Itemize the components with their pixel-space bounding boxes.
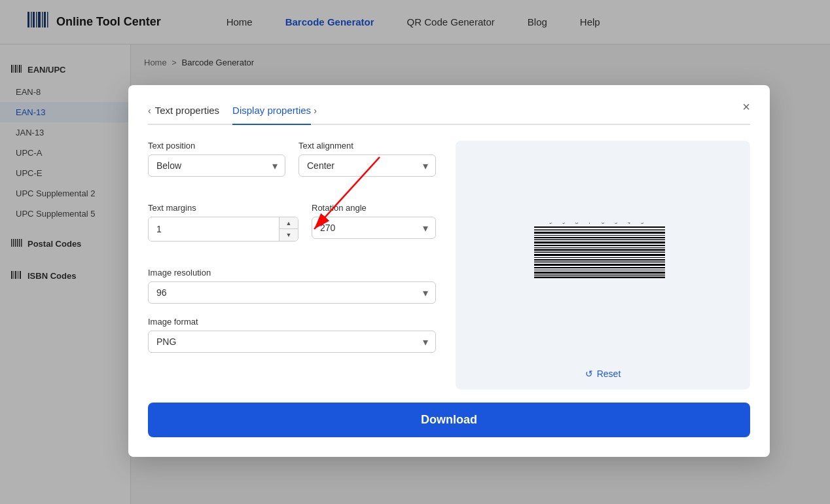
svg-rect-26 — [534, 275, 665, 276]
margins-rotation-row: Text margins ▲ ▼ Rotation angle 0 — [148, 203, 436, 255]
text-position-select-wrapper: Below Above None — [148, 154, 285, 177]
modal-form: Text position Below Above None Text alig… — [148, 141, 436, 389]
svg-text:8: 8 — [575, 223, 578, 225]
reset-icon: ↺ — [585, 369, 593, 379]
text-margins-spinner: ▲ ▼ — [148, 217, 298, 242]
text-alignment-group: Text alignment Center Left Right — [298, 141, 436, 177]
rotation-angle-group: Rotation angle 0 90 180 270 — [312, 203, 436, 242]
svg-text:9: 9 — [562, 223, 565, 225]
svg-rect-25 — [534, 277, 665, 279]
display-properties-tab[interactable]: Display properties — [232, 105, 311, 125]
svg-text:3: 3 — [641, 223, 643, 225]
svg-rect-36 — [534, 249, 665, 251]
text-alignment-select[interactable]: Center Left Right — [298, 154, 436, 177]
chevron-left-icon: ‹ — [148, 105, 151, 116]
svg-text:9: 9 — [549, 223, 552, 225]
prev-tab-button[interactable]: ‹ Text properties — [148, 105, 219, 116]
text-position-group: Text position Below Above None — [148, 141, 285, 177]
svg-text:5: 5 — [615, 223, 617, 225]
download-button[interactable]: Download — [148, 403, 750, 437]
barcode-container: 9 9 8 7 6 5 4 3 — [456, 141, 750, 363]
text-position-alignment-row: Text position Below Above None Text alig… — [148, 141, 436, 190]
image-resolution-group: Image resolution 72 96 150 300 — [148, 268, 436, 304]
modal: ‹ Text properties Display properties › ×… — [128, 85, 770, 457]
image-format-select[interactable]: PNG JPG SVG BMP — [148, 331, 436, 353]
text-margins-label: Text margins — [148, 203, 298, 213]
svg-rect-34 — [534, 254, 665, 256]
text-margins-input[interactable] — [149, 217, 279, 241]
svg-rect-33 — [534, 257, 665, 258]
text-margins-group: Text margins ▲ ▼ — [148, 203, 298, 242]
svg-rect-28 — [534, 270, 665, 270]
text-position-select[interactable]: Below Above None — [148, 154, 285, 177]
svg-rect-40 — [534, 240, 665, 241]
svg-rect-44 — [534, 230, 665, 231]
svg-rect-38 — [534, 245, 665, 246]
svg-rect-31 — [534, 262, 665, 263]
reset-button[interactable]: ↺ Reset — [575, 363, 632, 384]
svg-rect-35 — [534, 252, 665, 253]
image-format-group: Image format PNG JPG SVG BMP — [148, 317, 436, 353]
spinner-down-button[interactable]: ▼ — [280, 229, 298, 241]
svg-rect-30 — [534, 264, 665, 266]
svg-rect-42 — [534, 235, 665, 236]
svg-rect-41 — [534, 237, 665, 238]
svg-text:6: 6 — [602, 223, 604, 225]
svg-rect-27 — [534, 272, 665, 274]
rotation-angle-label: Rotation angle — [312, 203, 436, 213]
image-resolution-select[interactable]: 72 96 150 300 — [148, 281, 436, 304]
svg-rect-37 — [534, 247, 665, 248]
spinner-up-button[interactable]: ▲ — [280, 217, 298, 229]
barcode-svg: 9 9 8 7 6 5 4 3 — [531, 223, 675, 281]
text-alignment-label: Text alignment — [298, 141, 436, 151]
modal-body: Text position Below Above None Text alig… — [148, 141, 750, 389]
barcode-preview: 9 9 8 7 6 5 4 3 ↺ Reset — [456, 141, 750, 389]
barcode-display: 9 9 8 7 6 5 4 3 — [531, 223, 675, 281]
svg-rect-43 — [534, 232, 665, 234]
chevron-right-icon: › — [314, 105, 317, 116]
text-position-label: Text position — [148, 141, 285, 151]
svg-rect-32 — [534, 259, 665, 261]
image-format-label: Image format — [148, 317, 436, 327]
svg-rect-39 — [534, 242, 665, 243]
rotation-angle-select[interactable]: 0 90 180 270 — [312, 217, 436, 239]
svg-rect-45 — [534, 226, 665, 228]
modal-close-button[interactable]: × — [742, 99, 750, 115]
modal-header: ‹ Text properties Display properties › × — [148, 105, 750, 125]
rotation-angle-select-wrapper: 0 90 180 270 — [312, 217, 436, 239]
image-resolution-label: Image resolution — [148, 268, 436, 278]
spinner-buttons: ▲ ▼ — [279, 217, 298, 241]
svg-text:7: 7 — [588, 223, 591, 225]
text-alignment-select-wrapper: Center Left Right — [298, 154, 436, 177]
svg-text:4: 4 — [628, 223, 630, 225]
image-resolution-select-wrapper: 72 96 150 300 — [148, 281, 436, 304]
svg-rect-29 — [534, 267, 665, 268]
image-format-select-wrapper: PNG JPG SVG BMP — [148, 331, 436, 353]
